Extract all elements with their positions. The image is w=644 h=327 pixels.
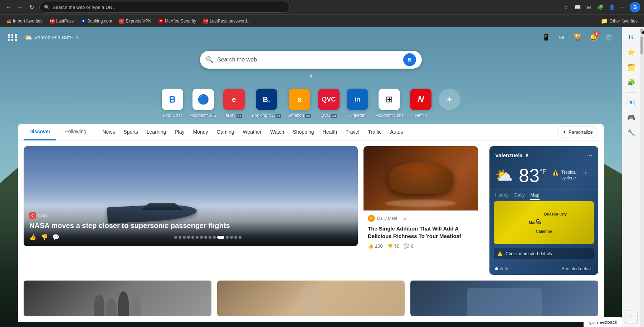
settings-icon[interactable]: ⚙️ bbox=[603, 31, 615, 43]
thumbs-down-button[interactable]: 👎 bbox=[41, 234, 48, 241]
nav-tab-shopping[interactable]: Shopping bbox=[288, 124, 318, 140]
sidebar-games-icon[interactable]: 🎮 bbox=[625, 111, 638, 124]
weather-footer: See alert details bbox=[489, 263, 598, 275]
quick-link-amazon[interactable]: a Amazon Ad bbox=[288, 89, 311, 118]
bottom-card-1[interactable] bbox=[24, 281, 211, 316]
nav-tab-gaming[interactable]: Gaming bbox=[213, 124, 239, 140]
weather-more-button[interactable]: ⋯ bbox=[586, 151, 592, 159]
tab-discover[interactable]: Discover bbox=[24, 124, 56, 140]
weather-alert-bar[interactable]: ⚠️ Check more alert details bbox=[494, 248, 594, 259]
notifications-badge: 8 bbox=[594, 31, 600, 36]
quick-link-ebay[interactable]: e eBay Ad bbox=[223, 89, 245, 118]
bookmark-expressvpn[interactable]: E Express VPN bbox=[116, 17, 154, 25]
weather-arrow-icon[interactable]: › bbox=[585, 170, 587, 176]
apps-grid-button[interactable] bbox=[7, 31, 19, 43]
favorites-icon[interactable]: ☆ bbox=[561, 2, 571, 12]
nav-tab-watch[interactable]: Watch bbox=[266, 124, 288, 140]
search-bar[interactable]: 🔍 Search the web B bbox=[200, 51, 422, 69]
forward-button[interactable]: → bbox=[15, 2, 25, 12]
sidebar-bing-icon[interactable]: B bbox=[625, 31, 638, 44]
scrollbar-thumb[interactable] bbox=[640, 36, 643, 54]
bing-search-button[interactable]: B bbox=[403, 53, 416, 66]
tab-following[interactable]: Following bbox=[59, 124, 92, 140]
news-action-bar: 👍 👎 💬 bbox=[29, 234, 352, 241]
thumbs-up-button[interactable]: 👍 bbox=[29, 234, 36, 241]
extensions-icon[interactable]: 🧩 bbox=[595, 2, 605, 12]
battery-pct: 99 bbox=[556, 31, 567, 43]
other-favorites[interactable]: 📁 Other favorites bbox=[598, 16, 640, 26]
amazon-label: Amazon Ad bbox=[288, 113, 311, 118]
quick-link-add[interactable]: + add bbox=[439, 89, 460, 118]
dot-11-active bbox=[217, 236, 224, 239]
bookmark-import-favorites[interactable]: 📥 Import favorites bbox=[4, 17, 45, 25]
see-alert-link[interactable]: See alert details bbox=[562, 266, 592, 271]
nav-tab-autos[interactable]: Autos bbox=[386, 124, 408, 140]
weather-alert: ⚠️ Tropical cyclone › bbox=[552, 170, 592, 181]
bottom-card-2[interactable] bbox=[217, 281, 405, 316]
bookmark-lastpass-pw[interactable]: LP LastPass password... bbox=[200, 17, 253, 25]
collapse-arrow: ∧ bbox=[0, 72, 622, 80]
collections-icon[interactable]: ⊞ bbox=[584, 2, 594, 12]
nav-tab-health[interactable]: Health bbox=[318, 124, 341, 140]
sidebar-favorites-icon[interactable]: ⭐ bbox=[625, 46, 638, 59]
main-news-card[interactable]: C CNN · 10m NASA moves a step closer to … bbox=[24, 146, 358, 275]
notifications-button[interactable]: 🔔 8 bbox=[587, 31, 599, 43]
dot-12 bbox=[226, 236, 229, 239]
nav-tab-sports[interactable]: Sports bbox=[119, 124, 142, 140]
quick-link-m365[interactable]: 🔵 Microsoft 365 bbox=[190, 89, 216, 118]
quick-link-msstart[interactable]: ⊞ Microsoft Start bbox=[375, 89, 403, 118]
quick-link-linkedin[interactable]: in LinkedIn bbox=[347, 89, 368, 118]
reading-view-icon[interactable]: 📖 bbox=[572, 2, 582, 12]
rewards-icon[interactable]: 🏆 bbox=[572, 31, 583, 43]
topbar-right-icons: 📱 99 🏆 🔔 8 ⚙️ bbox=[540, 31, 615, 43]
nav-tab-money[interactable]: Money bbox=[189, 124, 213, 140]
nav-tab-traffic[interactable]: Traffic bbox=[364, 124, 386, 140]
dot-9 bbox=[209, 236, 211, 239]
quick-link-bing-chat[interactable]: B Bing Chat bbox=[162, 89, 183, 118]
netflix-label: Netflix bbox=[415, 113, 427, 118]
sidebar-outlook-icon[interactable]: 📧 bbox=[625, 96, 638, 109]
booking-favicon: B. bbox=[81, 19, 86, 24]
sidebar-extensions-icon[interactable]: 🧩 bbox=[625, 76, 638, 89]
crowd-image bbox=[24, 288, 211, 316]
nav-separator bbox=[95, 128, 95, 135]
location-weather-badge[interactable]: ⛅ Valenzuela 83°F ▼ bbox=[24, 33, 79, 41]
map-city-quezon: Quezon City bbox=[544, 212, 567, 216]
scrollbar-up-button[interactable]: ▲ bbox=[640, 29, 643, 34]
quick-link-qvc[interactable]: QVC QVC Ad bbox=[318, 89, 340, 118]
bottom-card-3[interactable] bbox=[410, 281, 598, 316]
collapse-button[interactable]: ∧ bbox=[309, 72, 313, 80]
sidebar-tools-icon[interactable]: 🔧 bbox=[625, 126, 638, 139]
bookmark-mcafee[interactable]: M McAfee Security bbox=[156, 17, 199, 25]
refresh-button[interactable]: ↻ bbox=[26, 2, 36, 12]
quick-link-netflix[interactable]: N Netflix bbox=[410, 89, 431, 118]
msstart-label: Microsoft Start bbox=[375, 113, 403, 118]
weather-location[interactable]: Valenzuela ∨ bbox=[495, 152, 529, 158]
search-input[interactable]: Search the web bbox=[217, 56, 400, 63]
map-background bbox=[494, 201, 594, 244]
quick-link-booking[interactable]: B. Booking.c... Ad bbox=[252, 89, 281, 118]
nav-tab-learning[interactable]: Learning bbox=[142, 124, 171, 140]
nav-tab-news[interactable]: News bbox=[98, 124, 119, 140]
sidebar-add-button[interactable]: + bbox=[625, 311, 638, 323]
carousel-dots bbox=[174, 236, 241, 239]
weather-tab-map[interactable]: Map bbox=[530, 192, 539, 200]
weather-tab-hourly[interactable]: Hourly bbox=[495, 192, 509, 200]
nav-tab-weather[interactable]: Weather bbox=[239, 124, 266, 140]
more-options-icon[interactable]: ⋯ bbox=[618, 2, 628, 12]
bookmark-lastpass[interactable]: LP LastPass bbox=[47, 17, 77, 25]
bookmark-booking[interactable]: B. Booking.com bbox=[78, 17, 115, 25]
user-profile-icon[interactable]: 👤 bbox=[607, 2, 617, 12]
weather-tab-daily[interactable]: Daily bbox=[514, 192, 525, 200]
back-button[interactable]: ← bbox=[4, 2, 14, 12]
nav-tab-travel[interactable]: Travel bbox=[341, 124, 364, 140]
mobile-icon[interactable]: 📱 bbox=[540, 31, 552, 43]
lastpass-pw-favicon: LP bbox=[203, 19, 208, 24]
personalize-button[interactable]: ✦ Personalize bbox=[557, 126, 598, 138]
comment-button[interactable]: 💬 bbox=[52, 234, 59, 241]
bing-button[interactable]: B bbox=[630, 2, 640, 13]
side-news-card[interactable]: 🍽 Daily Meal · 1d The Single Addition Th… bbox=[364, 146, 478, 275]
nav-tab-play[interactable]: Play bbox=[170, 124, 189, 140]
sidebar-collections-icon[interactable]: 🗂️ bbox=[625, 61, 638, 74]
address-bar[interactable]: 🔍 Search the web or type a URL bbox=[39, 2, 290, 13]
